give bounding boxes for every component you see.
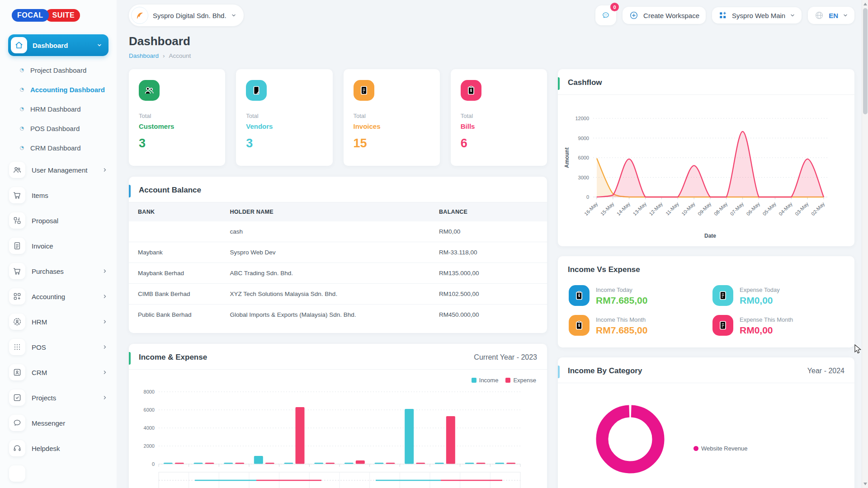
income-expense-year: Current Year - 2023: [474, 353, 537, 361]
bullet-icon: [20, 146, 24, 150]
workspace-selector[interactable]: Syspro Digital Sdn. Bhd.: [129, 5, 244, 26]
language-selector[interactable]: EN: [808, 7, 854, 24]
sidebar: FOCAL SUITE Dashboard Project Dashboard …: [0, 0, 117, 488]
scroll-up-icon[interactable]: [863, 3, 867, 5]
chevron-right-icon: [102, 319, 108, 324]
sidebar-item-hrm[interactable]: HRM: [8, 311, 108, 332]
stat-prefix: Total: [461, 113, 537, 119]
chevron-right-icon: [102, 344, 108, 350]
svg-text:05-May: 05-May: [761, 201, 777, 217]
sidebar-item-purchases[interactable]: Purchases: [8, 261, 108, 282]
create-workspace-label: Create Workspace: [643, 12, 699, 19]
sidebar-item-user-management[interactable]: User Management: [8, 160, 108, 180]
chevron-right-icon: [102, 294, 108, 299]
sidebar-item-label: Projects: [32, 394, 96, 402]
sidebar-item-messenger[interactable]: Messenger: [8, 413, 108, 433]
svg-text:04-May: 04-May: [778, 201, 793, 217]
svg-text:6000: 6000: [578, 155, 589, 160]
income-today: Income TodayRM7.685,00: [569, 285, 700, 306]
sidebar-item-crm-dashboard[interactable]: CRM Dashboard: [8, 138, 108, 158]
app-switcher[interactable]: Syspro Web Main: [712, 7, 802, 23]
expense-this-month: Expense This MonthRM0,00: [712, 315, 844, 336]
messages-badge: 0: [610, 3, 619, 11]
ive-label: Income Today: [596, 286, 632, 293]
sidebar-item-proposal[interactable]: Proposal: [8, 210, 108, 231]
cart-icon: [9, 263, 25, 279]
income-expense-bar-chart: 02000400060008000: [133, 387, 531, 488]
ive-value: RM0,00: [740, 295, 780, 306]
svg-text:14-May: 14-May: [616, 201, 632, 217]
stat-prefix: Total: [246, 113, 322, 119]
sidebar-item-invoice[interactable]: Invoice: [8, 235, 108, 256]
account-balance-title: Account Balance: [139, 186, 201, 195]
sidebar-item-projects[interactable]: Projects: [8, 387, 108, 408]
left-column: Total Customers 3 Total Vendors 3 Total …: [129, 69, 547, 488]
expense-file-icon: [712, 285, 733, 306]
sidebar-item-label: POS Dashboard: [30, 125, 80, 132]
sidebar-item-label: Invoice: [32, 242, 108, 250]
sidebar-item-items[interactable]: Items: [8, 185, 108, 206]
sidebar-item-label: Project Dashboard: [30, 66, 86, 74]
scrollbar-thumb[interactable]: [863, 8, 868, 114]
svg-text:12000: 12000: [575, 116, 589, 121]
ive-label: Income This Month: [596, 316, 646, 323]
folder-icon: [9, 465, 25, 482]
sidebar-item-helpdesk[interactable]: Helpdesk: [8, 438, 108, 459]
page-scrollbar[interactable]: [862, 0, 868, 488]
sidebar-item-hrm-dashboard[interactable]: HRM Dashboard: [8, 99, 108, 119]
cell-balance: RM102.500,00: [430, 284, 547, 305]
svg-text:3000: 3000: [578, 175, 589, 180]
table-row: Public Bank BerhadGlobal Imports & Expor…: [129, 305, 547, 325]
sidebar-item-label: Dashboard: [33, 42, 91, 49]
bullet-icon: [20, 68, 24, 72]
sidebar-item-dashboard[interactable]: Dashboard: [8, 34, 108, 56]
breadcrumb-dashboard[interactable]: Dashboard: [129, 52, 159, 59]
svg-text:Date: Date: [704, 233, 716, 239]
breadcrumb: Dashboard › Account: [129, 52, 854, 59]
accent-bar: [129, 352, 131, 365]
sidebar-item-label: Accounting Dashboard: [30, 86, 105, 94]
chevron-right-icon: [102, 268, 108, 274]
headset-icon: [9, 440, 25, 456]
app-switcher-label: Syspro Web Main: [732, 12, 785, 19]
income-vs-expense-title: Income Vs Expense: [568, 265, 640, 274]
svg-text:13-May: 13-May: [632, 201, 648, 217]
svg-text:Amount: Amount: [564, 147, 570, 168]
globe-icon: [814, 10, 824, 20]
scroll-down-icon[interactable]: [863, 483, 867, 485]
person-target-icon: [9, 314, 25, 330]
svg-text:6000: 6000: [144, 407, 155, 413]
income-by-category-title: Income By Category: [568, 366, 642, 375]
dashboard-content: Total Customers 3 Total Vendors 3 Total …: [129, 69, 854, 488]
svg-text:0: 0: [152, 461, 155, 467]
messages-button[interactable]: 0: [595, 5, 616, 25]
expense-file-icon: [712, 315, 733, 336]
table-row: CIMB Bank BerhadXYZ Tech Solutions Malay…: [129, 284, 547, 305]
svg-text:9000: 9000: [578, 136, 589, 141]
expense-today: Expense TodayRM0,00: [712, 285, 844, 306]
sidebar-item-project-dashboard[interactable]: Project Dashboard: [8, 61, 108, 80]
cell-bank: Maybank Berhad: [129, 263, 221, 284]
sidebar-item-accounting[interactable]: Accounting: [8, 286, 108, 307]
sidebar-item-pos[interactable]: POS: [8, 337, 108, 357]
chevron-right-icon: [102, 370, 108, 375]
chevron-down-icon: [97, 42, 102, 48]
sidebar-item-crm[interactable]: CRM: [8, 362, 108, 383]
income-expense-title: Income & Expense: [139, 353, 207, 362]
chevron-down-icon: [843, 13, 848, 18]
sidebar-item-pos-dashboard[interactable]: POS Dashboard: [8, 119, 108, 138]
sidebar-item-accounting-dashboard[interactable]: Accounting Dashboard: [8, 80, 108, 99]
accent-bar: [129, 185, 131, 197]
stat-prefix: Total: [354, 113, 430, 119]
sidebar-item-label: CRM: [32, 369, 96, 376]
cell-holder: Syspro Web Dev: [221, 242, 430, 263]
svg-text:16-May: 16-May: [583, 201, 599, 217]
person-card-icon: [9, 364, 25, 380]
create-workspace-button[interactable]: Create Workspace: [623, 7, 706, 24]
svg-text:02-May: 02-May: [810, 201, 826, 217]
bullet-icon: [20, 107, 24, 111]
breadcrumb-current: Account: [169, 52, 191, 59]
main-area: Syspro Digital Sdn. Bhd. 0 Create Worksp…: [117, 0, 868, 488]
legend-swatch: [505, 378, 510, 383]
sidebar-item-partial[interactable]: [8, 463, 108, 484]
